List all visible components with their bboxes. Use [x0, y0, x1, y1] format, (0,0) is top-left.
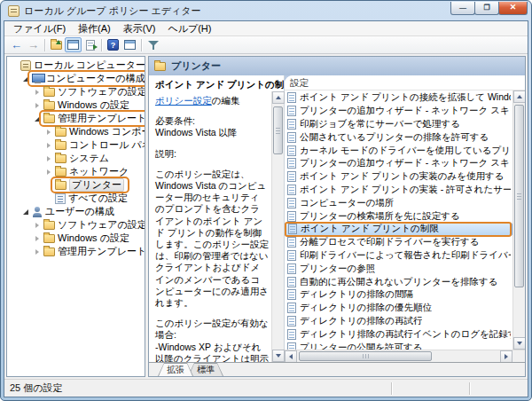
details-vertical-scrollbar[interactable] — [271, 91, 284, 362]
menu-item[interactable]: 操作(A) — [72, 21, 117, 36]
result-pane: プリンター ポイント アンド プリントの制限 ポリシー設定の編集 必要条件: W… — [148, 56, 526, 377]
tree-node: プリンター — [53, 179, 126, 191]
policy-details-pane: ポイント アンド プリントの制限 ポリシー設定の編集 必要条件: Windows… — [149, 75, 285, 362]
scroll-up-icon[interactable] — [513, 90, 526, 103]
filter-button[interactable] — [145, 37, 161, 52]
policy-list-item[interactable]: ポイント アンド プリントの実装 - 許可されたサーバー — [285, 184, 512, 197]
close-button[interactable]: ✕ — [498, 2, 528, 15]
hscroll-thumb[interactable] — [299, 351, 432, 361]
policy-list-item[interactable]: プリンターの公開を許可する — [285, 341, 512, 350]
thumb-gripper — [517, 193, 521, 200]
tree-item-label: Windows の設定 — [58, 232, 129, 244]
policy-list-item[interactable]: ポイント アンド プリントの接続を拡張して Windows Up... — [285, 91, 512, 105]
policy-setting-icon — [287, 277, 296, 287]
minimize-button[interactable]: — — [450, 2, 475, 15]
list-scroll-track[interactable] — [513, 103, 526, 337]
expand-arrow-icon[interactable] — [44, 156, 53, 161]
policy-list-item[interactable]: 自動的に再公開されないプリンターを排除する — [285, 275, 512, 288]
thumb-gripper — [276, 128, 280, 134]
policy-list-item[interactable]: 印刷ドライバーによって報告された印刷ドライバー実行互... — [285, 249, 512, 263]
tree-item[interactable]: プリンター — [7, 178, 145, 192]
tree-item[interactable]: ネットワーク — [7, 165, 145, 178]
policy-setting-icon — [287, 289, 296, 300]
tree-node: ソフトウェアの設定 — [42, 219, 145, 231]
policy-list-item[interactable]: ポイント アンド プリントの制限 — [285, 223, 512, 236]
list-horizontal-scrollbar[interactable] — [285, 350, 525, 362]
policy-list-item[interactable]: ディレクトリ排除の再試行イベントのログを記録する — [285, 327, 512, 341]
policy-list-item[interactable]: ディレクトリの排除の優先順位 — [285, 302, 512, 315]
expand-arrow-icon[interactable] — [44, 169, 53, 175]
expand-arrow-icon[interactable] — [44, 130, 53, 135]
policy-list-item[interactable]: プリンターの追加ウィザード - ネットワーク スキャン ペ... — [285, 157, 512, 170]
hscroll-track[interactable] — [297, 350, 500, 363]
policy-list-item[interactable]: コンピューターの場所 — [285, 196, 512, 209]
tree-item[interactable]: コントロール パネル — [7, 138, 145, 152]
edit-policy-link[interactable]: ポリシー設定 — [155, 95, 212, 106]
policy-list-item[interactable]: プリンターの参照 — [285, 262, 512, 275]
back-button[interactable]: ← — [8, 37, 25, 52]
tree-item[interactable]: Windows コンポーネント — [7, 125, 145, 138]
new-window-button[interactable] — [121, 37, 138, 52]
tree-item[interactable]: システム — [7, 152, 145, 165]
policy-list-item[interactable]: ポイント アンド プリントの実装のみを使用する — [285, 170, 512, 184]
forward-button[interactable]: → — [25, 37, 42, 52]
tree-item[interactable]: 管理用テンプレート — [7, 112, 145, 125]
collapse-arrow-icon[interactable] — [33, 116, 42, 122]
collapse-arrow-icon[interactable] — [21, 209, 30, 215]
expand-arrow-icon[interactable] — [33, 236, 42, 241]
tree-item[interactable]: 管理用テンプレート — [7, 245, 145, 258]
tree-item[interactable]: ソフトウェアの設定 — [7, 218, 145, 232]
scroll-down-icon[interactable] — [272, 350, 285, 362]
settings-list: ポイント アンド プリントの接続を拡張して Windows Up...プリンター… — [285, 90, 512, 350]
policy-list-item[interactable]: プリンターの追加ウィザード - ネットワーク スキャン ペ... — [285, 105, 512, 118]
tree-item[interactable]: Windows の設定 — [7, 98, 145, 112]
folder-icon — [43, 234, 55, 243]
console-window-button[interactable] — [65, 37, 82, 52]
policy-list-item[interactable]: 印刷ジョブを常にサーバーで処理する — [285, 118, 512, 131]
tree-item[interactable]: ユーザーの構成 — [7, 205, 145, 218]
expand-arrow-icon[interactable] — [33, 223, 42, 228]
policy-list-item[interactable]: カーネル モードのドライバーを使用しているプリンター... — [285, 144, 512, 157]
scroll-left-icon[interactable] — [285, 350, 297, 363]
list-scroll-thumb[interactable] — [514, 105, 524, 287]
help-button[interactable]: ? — [105, 37, 121, 52]
export-list-button[interactable] — [82, 37, 98, 52]
menu-item[interactable]: ファイル(F) — [7, 21, 72, 36]
view-tab[interactable]: 標準 — [188, 363, 223, 376]
view-tab[interactable]: 拡張 — [158, 363, 193, 376]
policy-list-item[interactable]: ディレクトリの排除の再試行 — [285, 315, 512, 328]
scroll-up-icon[interactable] — [272, 91, 285, 104]
policy-list-item[interactable]: 分離プロセスで印刷ドライバーを実行する — [285, 236, 512, 249]
up-folder-button[interactable] — [48, 37, 65, 52]
expand-arrow-icon[interactable] — [33, 103, 42, 108]
tree-item[interactable]: ソフトウェアの設定 — [7, 85, 145, 98]
expand-arrow-icon[interactable] — [44, 143, 53, 148]
tree-item[interactable]: Windows の設定 — [7, 232, 145, 245]
requirements-block: 必要条件: Windows Vista 以降 — [155, 115, 269, 138]
menu-item[interactable]: ヘルプ(H) — [161, 21, 217, 36]
scroll-down-icon[interactable] — [513, 337, 526, 350]
policy-list-item[interactable]: プリンターの検索場所を先に設定する — [285, 209, 512, 223]
menu-item[interactable]: 表示(V) — [117, 21, 162, 36]
scroll-right-icon[interactable] — [500, 350, 512, 363]
policy-list-item[interactable]: ディレクトリの排除の間隔 — [285, 288, 512, 302]
settings-column-header[interactable]: 設定 — [285, 75, 525, 90]
tree-item[interactable]: すべての設定 — [7, 192, 145, 205]
policy-description: ポリシー設定の編集 必要条件: Windows Vista 以降 説明: このポ… — [149, 91, 271, 362]
expand-arrow-icon[interactable] — [33, 249, 42, 255]
tree-item[interactable]: ローカル コンピューター ポリシー — [7, 59, 145, 72]
details-scroll-thumb[interactable] — [273, 106, 283, 154]
window-controls: — ❐ ✕ — [451, 2, 528, 15]
policy-setting-icon — [287, 119, 296, 130]
status-text: 25 個の設定 — [4, 381, 391, 395]
tree-item-label: Windows の設定 — [58, 99, 129, 111]
list-vertical-scrollbar[interactable] — [512, 90, 525, 350]
policy-setting-icon — [287, 171, 296, 182]
tree-node: ソフトウェアの設定 — [42, 86, 145, 98]
maximize-button[interactable]: ❐ — [474, 2, 499, 15]
collapse-arrow-icon[interactable] — [21, 76, 30, 82]
details-scroll-track[interactable] — [272, 104, 285, 350]
tree-item[interactable]: コンピューターの構成 — [7, 72, 145, 85]
policy-list-item[interactable]: 公開されているプリンターの排除を許可する — [285, 130, 512, 144]
expand-arrow-icon[interactable] — [33, 90, 42, 95]
